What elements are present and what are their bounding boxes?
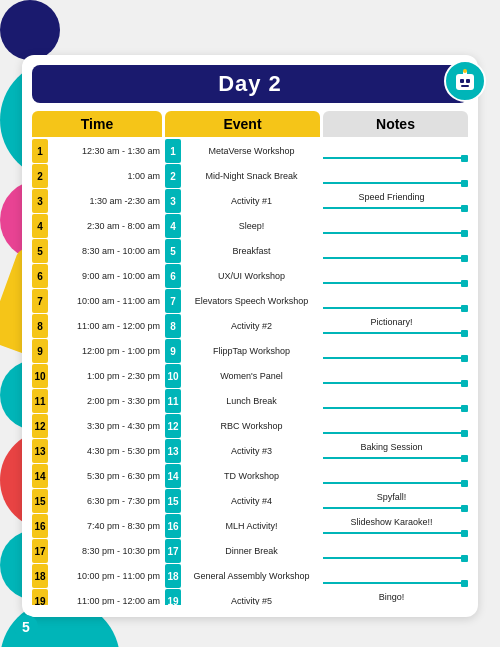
note-line [323,332,468,334]
table-row: 5 Breakfast [165,239,320,263]
page-header: Day 2 [32,65,468,103]
event-number: 11 [165,389,181,413]
event-number: 12 [165,414,181,438]
note-dot [461,205,468,212]
time-value: 1:00 am [50,171,162,182]
svg-rect-4 [461,85,469,87]
time-rows: 1 12:30 am - 1:30 am 2 1:00 am 3 1:30 am… [32,139,162,605]
note-dot [461,255,468,262]
note-line [323,207,468,209]
background: Day 2 Time 1 12:30 am - 1:30 am 2 1:00 a [0,0,500,647]
event-value: Dinner Break [183,546,320,557]
table-row [323,339,468,363]
event-value: Activity #5 [183,596,320,605]
time-value: 1:00 pm - 2:30 pm [50,371,162,382]
note-dot [461,355,468,362]
row-number: 14 [32,464,48,488]
svg-rect-3 [466,79,470,83]
table-row: 2 1:00 am [32,164,162,188]
event-column-header: Event [165,111,320,137]
table-row: 15 Activity #4 [165,489,320,513]
event-number: 1 [165,139,181,163]
time-value: 8:30 pm - 10:30 pm [50,546,162,557]
event-number: 4 [165,214,181,238]
table-row: Baking Session [323,439,468,463]
note-dot [461,430,468,437]
event-value: FlippTap Workshop [183,346,320,357]
table-row [323,264,468,288]
time-value: 8:30 am - 10:00 am [50,246,162,257]
note-line [323,282,468,284]
table-row: Speed Friending [323,189,468,213]
svg-rect-1 [456,74,474,90]
table-row: 9 FlippTap Workshop [165,339,320,363]
table-row: 19 Activity #5 [165,589,320,605]
event-value: TD Workshop [183,471,320,482]
table-row: 12 RBC Workshop [165,414,320,438]
event-value: MLH Activity! [183,521,320,532]
time-value: 10:00 am - 11:00 am [50,296,162,307]
row-number: 10 [32,364,48,388]
table-row: 4 Sleep! [165,214,320,238]
table-row [323,364,468,388]
note-value: Baking Session [325,442,458,453]
time-value: 6:30 pm - 7:30 pm [50,496,162,507]
event-value: Elevators Speech Workshop [183,296,320,307]
note-dot [461,505,468,512]
time-value: 4:30 pm - 5:30 pm [50,446,162,457]
table-row: Spyfall! [323,489,468,513]
note-dot [461,455,468,462]
event-number: 15 [165,489,181,513]
note-value: Pictionary! [325,317,458,328]
note-line [323,457,468,459]
table-row [323,564,468,588]
row-number: 13 [32,439,48,463]
schedule-card: Day 2 Time 1 12:30 am - 1:30 am 2 1:00 a [22,55,478,617]
time-column: Time 1 12:30 am - 1:30 am 2 1:00 am 3 1:… [32,111,162,605]
table-row [323,239,468,263]
event-number: 17 [165,539,181,563]
event-value: MetaVerse Workshop [183,146,320,157]
table-row: 10 Women's Panel [165,364,320,388]
row-number: 19 [32,589,48,605]
time-column-header: Time [32,111,162,137]
row-number: 16 [32,514,48,538]
table-row [323,289,468,313]
event-value: Activity #1 [183,196,320,207]
table-row: 6 UX/UI Workshop [165,264,320,288]
note-dot [461,405,468,412]
row-number: 1 [32,139,48,163]
note-dot [461,480,468,487]
note-line [323,532,468,534]
table-row [323,414,468,438]
note-dot [461,380,468,387]
table-row: 16 7:40 pm - 8:30 pm [32,514,162,538]
table-row: 7 Elevators Speech Workshop [165,289,320,313]
note-line [323,257,468,259]
time-value: 10:00 pm - 11:00 pm [50,571,162,582]
bg-blob [0,0,60,60]
robot-avatar-icon [444,60,486,102]
row-number: 9 [32,339,48,363]
note-value: Speed Friending [325,192,458,203]
row-number: 15 [32,489,48,513]
table-row: 1 12:30 am - 1:30 am [32,139,162,163]
row-number: 8 [32,314,48,338]
event-rows: 1 MetaVerse Workshop 2 Mid-Night Snack B… [165,139,320,605]
time-value: 12:00 pm - 1:00 pm [50,346,162,357]
table-row: 18 General Assembly Workshop [165,564,320,588]
table-row: 3 1:30 am -2:30 am [32,189,162,213]
note-line [323,407,468,409]
table-row [323,389,468,413]
page-number: 5 [14,615,38,639]
time-value: 2:00 pm - 3:30 pm [50,396,162,407]
table-row [323,214,468,238]
table-row: 11 2:00 pm - 3:30 pm [32,389,162,413]
note-line [323,182,468,184]
table-row: 2 Mid-Night Snack Break [165,164,320,188]
event-value: Activity #2 [183,321,320,332]
event-number: 7 [165,289,181,313]
time-value: 7:40 pm - 8:30 pm [50,521,162,532]
table-row: 15 6:30 pm - 7:30 pm [32,489,162,513]
note-line [323,507,468,509]
